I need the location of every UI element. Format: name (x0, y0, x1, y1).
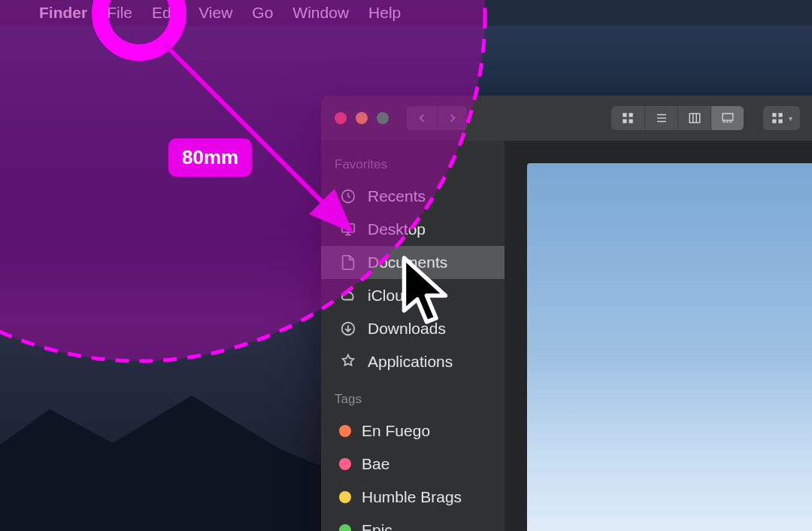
menu-help[interactable]: Help (368, 4, 401, 22)
sidebar-item-label: Humble Brags (362, 488, 462, 506)
menu-window[interactable]: Window (292, 4, 349, 22)
clock-icon (339, 187, 357, 205)
cloud-icon (339, 287, 357, 305)
fullscreen-button[interactable] (377, 112, 389, 124)
svg-rect-10 (723, 114, 733, 120)
mouse-cursor-icon (395, 254, 462, 329)
sidebar-tag-en-fuego[interactable]: En Fuego (321, 414, 504, 448)
finder-content (504, 141, 812, 531)
view-gallery-button[interactable] (710, 106, 744, 130)
menubar: Finder File Edit View Go Window Help (0, 0, 812, 26)
svg-rect-2 (623, 120, 626, 123)
svg-rect-0 (623, 113, 626, 117)
svg-rect-17 (779, 120, 783, 123)
view-mode-segmented (611, 106, 744, 130)
view-icon-button[interactable] (611, 106, 644, 130)
svg-rect-1 (629, 113, 633, 117)
desktop-icon (339, 220, 357, 238)
sidebar-item-label: En Fuego (362, 422, 430, 440)
menu-view[interactable]: View (198, 4, 232, 22)
applications-icon (339, 353, 357, 371)
sidebar-item-label: Bae (362, 455, 389, 473)
svg-rect-15 (779, 113, 783, 117)
sidebar-item-label: Recents (368, 187, 426, 205)
sidebar-tag-bae[interactable]: Bae (321, 448, 504, 481)
sidebar-section-tags: Tags (321, 389, 504, 414)
sidebar-item-label: Epic (362, 521, 392, 531)
arrange-button[interactable]: ▾ (763, 106, 800, 130)
sidebar-item-recents[interactable]: Recents (321, 180, 504, 213)
download-icon (339, 320, 357, 338)
svg-rect-7 (689, 114, 700, 123)
svg-rect-3 (629, 120, 633, 123)
svg-rect-21 (342, 224, 355, 232)
sidebar-item-label: Desktop (368, 220, 426, 238)
sidebar-item-desktop[interactable]: Desktop (321, 213, 504, 246)
sidebar-tag-humble-brags[interactable]: Humble Brags (321, 481, 504, 514)
minimize-button[interactable] (356, 112, 368, 124)
close-button[interactable] (335, 112, 347, 124)
finder-sidebar: Favorites Recents Desktop (321, 141, 504, 531)
menu-go[interactable]: Go (252, 4, 273, 22)
menu-edit[interactable]: Edit (152, 4, 179, 22)
desktop: Finder File Edit View Go Window Help (0, 0, 812, 531)
svg-rect-16 (772, 120, 776, 123)
view-column-button[interactable] (677, 106, 710, 130)
columns-icon (688, 111, 701, 125)
chevron-left-icon (415, 111, 429, 125)
tag-dot-icon (339, 524, 351, 531)
menubar-app-name[interactable]: Finder (39, 4, 87, 22)
sidebar-item-applications[interactable]: Applications (321, 345, 504, 378)
documents-icon (339, 253, 357, 272)
group-icon (771, 111, 784, 125)
chevron-right-icon (446, 111, 459, 125)
measurement-label: 80mm (168, 138, 252, 177)
view-list-button[interactable] (644, 106, 677, 130)
tag-dot-icon (339, 458, 351, 470)
chevron-down-icon: ▾ (789, 114, 792, 123)
grid-icon (621, 111, 635, 125)
tag-dot-icon (339, 425, 351, 437)
list-icon (655, 111, 668, 125)
nav-arrows (407, 106, 467, 130)
sidebar-section-favorites: Favorites (321, 154, 504, 180)
svg-rect-13 (729, 122, 732, 123)
svg-rect-14 (772, 113, 776, 117)
gallery-preview-image[interactable] (527, 163, 812, 531)
svg-rect-12 (726, 122, 728, 123)
finder-titlebar[interactable]: ▾ ▾ (321, 96, 812, 141)
svg-rect-11 (723, 122, 725, 123)
tag-dot-icon (339, 491, 351, 503)
window-controls (335, 112, 389, 124)
sidebar-item-label: Applications (368, 353, 453, 371)
back-button[interactable] (407, 106, 437, 130)
forward-button[interactable] (437, 106, 467, 130)
menu-file[interactable]: File (107, 4, 132, 22)
sidebar-tag-epic[interactable]: Epic (321, 514, 504, 531)
gallery-icon (721, 111, 735, 125)
